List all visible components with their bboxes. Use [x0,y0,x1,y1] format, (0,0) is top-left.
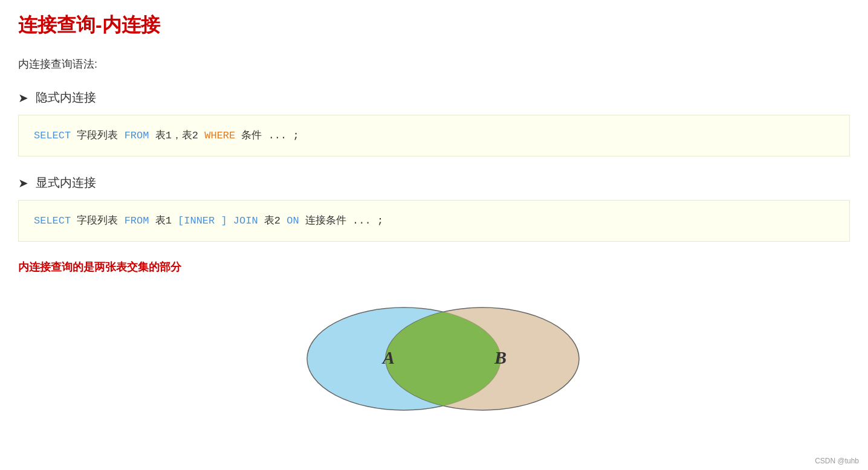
page-title: 连接查询-内连接 [18,12,850,39]
venn-svg: A B [277,298,591,419]
condition-2: 连接条件 ... ; [299,215,383,227]
from-keyword-1: FROM [125,130,149,141]
venn-diagram: A B [18,298,850,419]
venn-label-a: A [381,347,395,367]
implicit-join-header: ➤ 隐式内连接 [18,89,850,106]
tables-1: 表1，表2 [149,130,204,141]
arrow-icon: ➤ [18,91,28,105]
condition-1: 条件 ... ; [235,130,299,141]
explicit-join-label: 显式内连接 [36,175,96,191]
implicit-join-label: 隐式内连接 [36,89,96,106]
field-list-2: 字段列表 [71,215,124,227]
explicit-join-code: SELECT 字段列表 FROM 表1 [INNER ] JOIN 表2 ON … [18,200,850,242]
on-keyword: ON [287,215,299,227]
watermark: CSDN @tuhb [815,457,859,465]
select-keyword-1: SELECT [34,130,71,141]
implicit-join-code: SELECT 字段列表 FROM 表1，表2 WHERE 条件 ... ; [18,115,850,156]
table1-2: 表1 [149,215,178,227]
from-keyword-2: FROM [125,215,149,227]
field-list-1: 字段列表 [71,130,124,141]
select-keyword-2: SELECT [34,215,71,227]
where-keyword: WHERE [204,130,235,141]
explicit-join-header: ➤ 显式内连接 [18,175,850,191]
highlight-text: 内连接查询的是两张表交集的部分 [18,260,850,274]
venn-label-b: B [494,347,507,367]
inner-join-keyword: [INNER ] JOIN [178,215,258,227]
section-intro: 内连接查询语法: [18,57,850,71]
table2-2: 表2 [258,215,287,227]
arrow-icon-2: ➤ [18,176,28,190]
